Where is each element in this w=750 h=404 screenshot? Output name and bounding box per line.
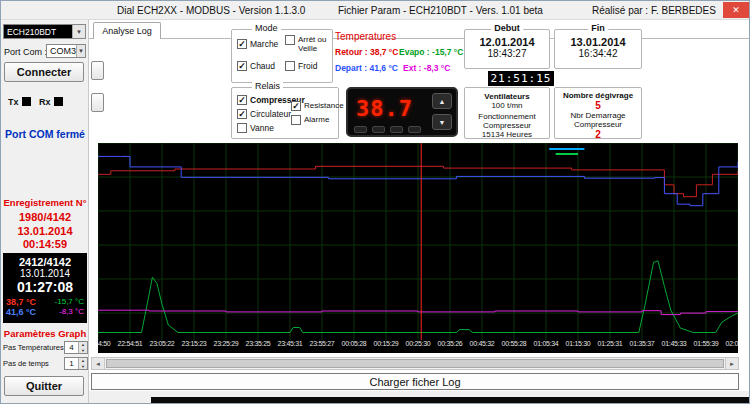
fin-group-title: Fin	[588, 23, 608, 33]
step-time-value: 1	[65, 358, 78, 369]
retour-readout: Retour : 38,7 °C	[335, 47, 398, 57]
connect-button[interactable]: Connecter	[4, 62, 84, 82]
author-label: Réalisé par : F. BERBEDES	[592, 5, 716, 16]
chevron-down-icon: ▼	[76, 45, 85, 57]
scrollbar-thumb[interactable]	[106, 359, 724, 368]
load-log-button[interactable]: Charger ficher Log	[91, 373, 739, 390]
checkbox-resistance[interactable]: ✓ Resistance	[291, 101, 344, 111]
ext-value: -8,3 °C	[424, 63, 451, 73]
led-down-button[interactable]: ▼	[432, 114, 452, 130]
record-index: 1980/4142	[1, 211, 89, 223]
step-time-stepper[interactable]: 1 ▲▼	[64, 357, 88, 370]
taskbar-sliver	[151, 397, 750, 404]
checkbox-box: ✓	[237, 95, 247, 105]
port-combo-value: COM3	[50, 46, 76, 56]
defrost-line3: Compresseur	[555, 120, 641, 129]
vent-line4: Compresseur	[465, 121, 549, 130]
checkbox-box: ✓	[237, 123, 247, 133]
degivrage-group: Nombre dégivrage 5 Nbr Demarrage Compres…	[554, 87, 642, 139]
checkbox-froid[interactable]: ✓ Froid	[285, 61, 317, 71]
fin-group: Fin 13.01.2014 16:34:42	[554, 29, 642, 69]
file-title: Fichier Param - ECH210BDT - Vers. 1.01 b…	[338, 5, 543, 16]
led-up-button[interactable]: ▲	[432, 93, 452, 109]
checkbox-arret-veille[interactable]: ✓ Arrêt ou Veille	[285, 35, 331, 53]
step-temp-stepper[interactable]: 4 ▲▼	[64, 341, 88, 354]
elapsed-time-clock: 21:51:15	[488, 71, 554, 86]
evapo-value: -15,7 °C	[432, 47, 463, 57]
checkbox-label: Marche	[250, 39, 278, 49]
down-arrow-icon: ▼	[79, 364, 87, 370]
checkbox-box: ✓	[285, 61, 295, 71]
cursor-record-box: 2412/4142 13.01.2014 01:27:08 38,7 °C -1…	[3, 253, 87, 323]
app-title: Dial ECH2XX - MODBUS - Version 1.1.3.0	[117, 5, 305, 16]
quit-button[interactable]: Quitter	[4, 376, 84, 396]
checkbox-box: ✓	[237, 39, 247, 49]
log-chart[interactable]: 22:44:5022:54:5123:05:2223:15:2323:25:29…	[98, 143, 738, 353]
checkbox-circulateur[interactable]: ✓ Circulateur	[237, 109, 291, 119]
step-temp-label: Pas Températures	[3, 343, 64, 352]
graph-params-header: Paramètres Graph	[1, 328, 89, 339]
ext-readout: Ext : -8,3 °C	[403, 63, 450, 73]
down-arrow-icon: ▼	[79, 348, 87, 354]
vent-line2: 100 t/mn	[465, 101, 549, 110]
vent-line1: Ventilateurs	[465, 88, 549, 101]
cursor-record-index: 2412/4142	[3, 253, 87, 268]
depart-label: Depart :	[335, 63, 367, 73]
fin-time: 16:34:42	[555, 48, 641, 59]
right-arrow-icon: ►	[729, 361, 735, 367]
stepper-arrows[interactable]: ▲▼	[78, 342, 87, 353]
checkbox-box: ✓	[237, 61, 247, 71]
mini-button-bottom[interactable]	[91, 93, 104, 112]
step-temp-value: 4	[65, 342, 78, 353]
checkbox-box: ✓	[237, 109, 247, 119]
tx-led-indicator	[22, 97, 31, 106]
cursor-retour-value: 38,7 °C	[6, 297, 36, 307]
vent-line5: 15134 Heures	[465, 130, 549, 139]
rx-led-indicator	[54, 97, 63, 106]
ext-label: Ext :	[403, 63, 421, 73]
app-window: Dial ECH2XX - MODBUS - Version 1.1.3.0 F…	[0, 0, 750, 404]
checkbox-box: ✓	[285, 35, 295, 45]
mini-button-top[interactable]	[91, 61, 104, 80]
defrost-count: 5	[555, 100, 641, 111]
checkbox-label: Arrêt ou Veille	[298, 35, 331, 53]
cursor-ext-value: -8,3 °C	[59, 307, 84, 317]
led-mini-button[interactable]	[408, 126, 421, 133]
scroll-right-button[interactable]: ►	[725, 358, 738, 369]
checkbox-vanne[interactable]: ✓ Vanne	[237, 123, 274, 133]
x-axis-labels: 22:44:5022:54:5123:05:2223:15:2323:25:29…	[98, 340, 738, 353]
led-mini-button[interactable]	[354, 126, 367, 133]
tx-label: Tx	[8, 97, 19, 107]
device-combo[interactable]: ECH210BDT ▼	[3, 24, 86, 39]
chevron-down-icon: ▼	[72, 25, 85, 38]
x-tick-label: 02:05:35	[718, 340, 738, 347]
debut-group-title: Debut	[491, 23, 523, 33]
led-mini-button[interactable]	[390, 126, 403, 133]
checkbox-marche[interactable]: ✓ Marche	[237, 39, 278, 49]
record-time: 00:14:59	[1, 238, 89, 250]
left-arrow-icon: ◄	[95, 361, 101, 367]
vent-line3: Fonctionnement	[465, 110, 549, 121]
debut-time: 18:43:27	[465, 48, 549, 59]
record-date: 13.01.2014	[1, 225, 89, 237]
temperatures-title: Temperatures	[335, 31, 396, 42]
title-bar: Dial ECH2XX - MODBUS - Version 1.1.3.0 F…	[1, 1, 750, 20]
checkbox-chaud[interactable]: ✓ Chaud	[237, 61, 275, 71]
close-icon: ✕	[732, 5, 740, 15]
checkbox-alarme[interactable]: ✓ Alarme	[291, 115, 329, 125]
checkbox-label: Circulateur	[250, 109, 291, 119]
rx-label: Rx	[39, 97, 51, 107]
stepper-arrows[interactable]: ▲▼	[78, 358, 87, 369]
port-combo[interactable]: COM3 ▼	[46, 44, 86, 58]
scroll-left-button[interactable]: ◄	[92, 358, 105, 369]
checkbox-label: Froid	[298, 61, 317, 71]
device-combo-value: ECH210BDT	[7, 27, 56, 37]
checkbox-box: ✓	[291, 115, 301, 125]
close-button[interactable]: ✕	[723, 2, 749, 18]
tab-analyse-log[interactable]: Analyse Log	[93, 22, 161, 39]
defrost-line1: Nombre dégivrage	[555, 88, 641, 100]
cursor-record-date: 13.01.2014	[3, 268, 87, 279]
defrost-line2: Nbr Demarrage	[555, 111, 641, 120]
chart-scrollbar[interactable]: ◄ ►	[91, 357, 739, 370]
led-mini-button[interactable]	[372, 126, 385, 133]
